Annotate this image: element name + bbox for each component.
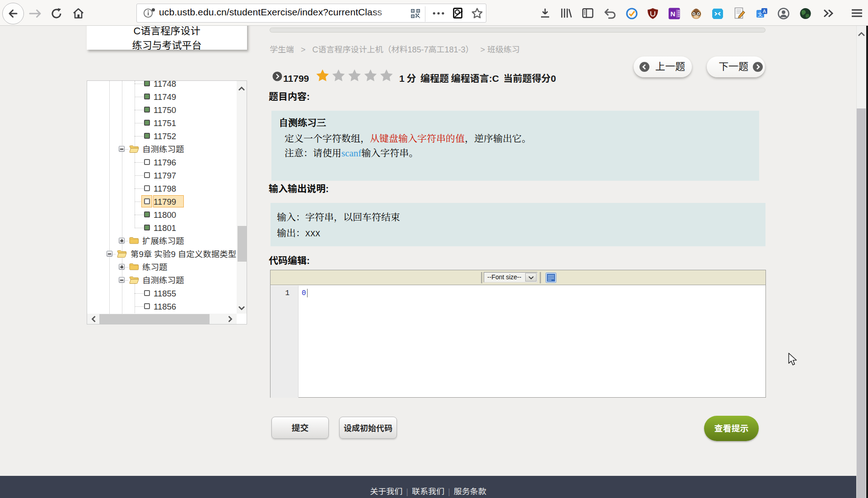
svg-text:A: A — [763, 9, 766, 14]
svg-text:N: N — [671, 10, 676, 18]
